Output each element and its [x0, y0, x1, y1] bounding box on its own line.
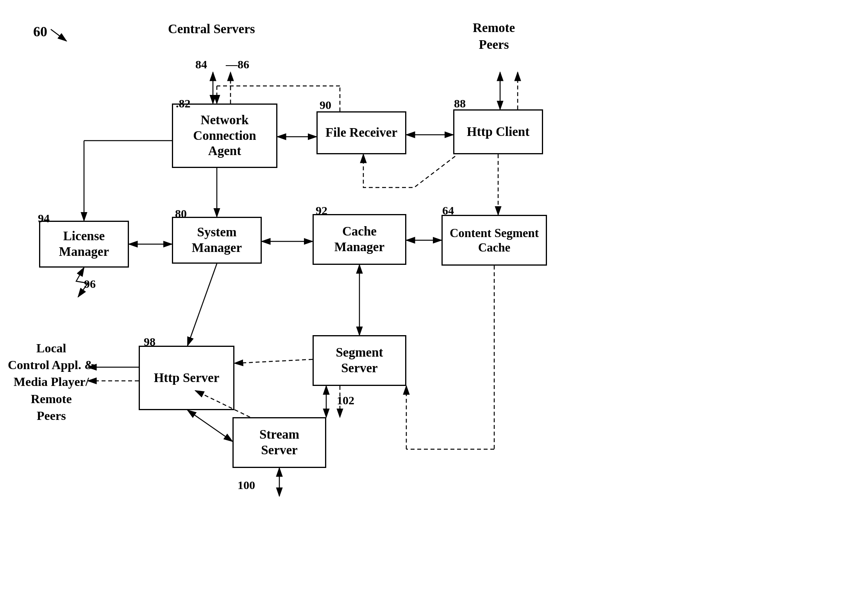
label-remote-peers: RemotePeers	[473, 20, 515, 53]
box-network-connection-agent: NetworkConnectionAgent	[172, 104, 277, 168]
box-license-manager: LicenseManager	[39, 221, 129, 268]
ref-84: 84	[195, 58, 207, 71]
ref-90: 90	[320, 98, 331, 112]
box-segment-server: SegmentServer	[313, 335, 406, 386]
label-local-control: LocalControl Appl. &Media Player/RemoteP…	[8, 340, 95, 424]
box-http-server: Http Server	[139, 346, 234, 410]
ref-100: 100	[238, 479, 255, 492]
ref-88: 88	[454, 97, 466, 110]
box-content-segment-cache: Content SegmentCache	[441, 215, 547, 266]
ref-64: 64	[442, 204, 454, 217]
ref-98: 98	[144, 335, 155, 348]
box-stream-server: StreamServer	[232, 417, 326, 468]
ref-102: 102	[337, 394, 354, 407]
box-http-client: Http Client	[453, 109, 543, 154]
ref-86: —86	[226, 58, 249, 71]
arrows-svg	[0, 0, 865, 616]
diagram-container: 60 Central Servers RemotePeers LocalCont…	[0, 0, 865, 616]
ref-82: .82	[176, 97, 191, 110]
box-system-manager: SystemManager	[172, 217, 262, 264]
ref-92: 92	[316, 204, 327, 217]
ref-94: 94	[38, 212, 50, 225]
svg-line-22	[234, 359, 313, 363]
box-file-receiver: File Receiver	[316, 111, 406, 154]
ref-60: 60	[33, 23, 47, 40]
box-cache-manager: CacheManager	[313, 214, 406, 265]
svg-line-23	[188, 410, 232, 441]
svg-line-19	[188, 264, 217, 346]
svg-line-4	[51, 29, 66, 41]
label-central-servers: Central Servers	[168, 21, 255, 37]
ref-80: 80	[175, 207, 187, 220]
ref-96: 96	[84, 277, 96, 291]
